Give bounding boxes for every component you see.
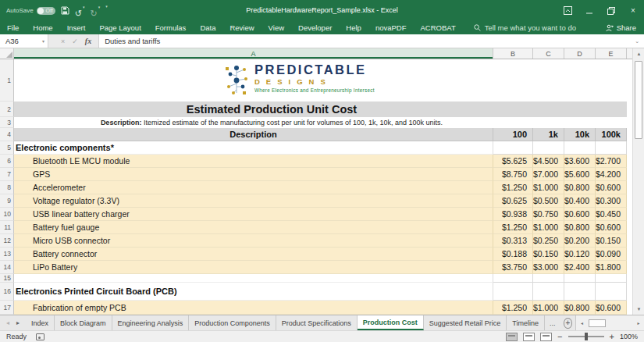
- horizontal-scrollbar-thumb[interactable]: [589, 319, 606, 327]
- tell-me-box[interactable]: Tell me what you want to do: [474, 23, 576, 32]
- ribbon-tab-novapdf[interactable]: novaPDF: [368, 21, 414, 34]
- formula-input[interactable]: Duties and tariffs ⌄: [98, 34, 644, 48]
- empty-cell[interactable]: [596, 283, 627, 301]
- sheet-tab-suggested-retail-price[interactable]: Suggested Retail Price: [424, 315, 507, 330]
- name-box[interactable]: A36 ▾: [0, 34, 48, 48]
- row-header-13[interactable]: 13: [0, 248, 14, 261]
- empty-cell[interactable]: [564, 274, 596, 283]
- section-header-cell[interactable]: Electronics Printed Circuit Board (PCB): [14, 283, 493, 301]
- cost-value-cell[interactable]: $8.750: [493, 168, 533, 181]
- zoom-out-button[interactable]: −: [557, 333, 562, 341]
- row-header-11[interactable]: 11: [0, 221, 14, 234]
- cost-value-cell[interactable]: $0.750: [533, 208, 564, 221]
- cost-value-cell[interactable]: $0.938: [493, 208, 533, 221]
- cost-value-cell[interactable]: $4.500: [533, 155, 564, 168]
- item-label-cell[interactable]: Fabrication of empty PCB: [14, 301, 493, 315]
- zoom-slider-thumb[interactable]: [585, 333, 588, 340]
- item-label-cell[interactable]: Micro USB connector: [14, 234, 493, 248]
- cost-value-cell[interactable]: $2.700: [596, 155, 627, 168]
- row-header-10[interactable]: 10: [0, 208, 14, 221]
- cost-value-cell[interactable]: $1.000: [533, 181, 564, 194]
- previous-sheet-icon[interactable]: ◂: [6, 319, 9, 326]
- column-header-e[interactable]: E: [596, 48, 627, 59]
- item-label-cell[interactable]: Accelerometer: [14, 181, 493, 194]
- cost-value-cell[interactable]: $0.150: [533, 248, 564, 261]
- row-header-2[interactable]: 2: [0, 102, 14, 117]
- column-header-d[interactable]: D: [564, 48, 596, 59]
- normal-view-button[interactable]: [506, 333, 518, 341]
- cost-value-cell[interactable]: $0.600: [564, 208, 596, 221]
- ribbon-tab-insert[interactable]: Insert: [60, 21, 93, 34]
- row-header-6[interactable]: 6: [0, 155, 14, 168]
- cost-value-cell[interactable]: $3.600: [564, 155, 596, 168]
- description-header-cell[interactable]: Description: [14, 128, 493, 141]
- horizontal-scrollbar-track[interactable]: [587, 319, 633, 328]
- sheet-tab-production-components[interactable]: Production Components: [189, 315, 276, 330]
- row-header-8[interactable]: 8: [0, 181, 14, 194]
- ribbon-tab-data[interactable]: Data: [193, 21, 222, 34]
- cost-value-cell[interactable]: $0.800: [564, 181, 596, 194]
- ribbon-display-options-button[interactable]: [557, 0, 578, 21]
- cost-value-cell[interactable]: $0.188: [493, 248, 533, 261]
- cost-value-cell[interactable]: $0.250: [533, 234, 564, 248]
- page-break-view-button[interactable]: [540, 333, 552, 341]
- save-button[interactable]: [61, 6, 69, 15]
- item-label-cell[interactable]: Battery fuel gauge: [14, 221, 493, 234]
- section-header-cell[interactable]: Electronic components*: [14, 141, 493, 155]
- quantity-header-cell[interactable]: 100: [493, 128, 533, 141]
- cost-value-cell[interactable]: $1.250: [493, 301, 533, 315]
- name-box-dropdown-icon[interactable]: ▾: [42, 38, 44, 44]
- record-macro-icon[interactable]: [36, 333, 44, 340]
- row-header-9[interactable]: 9: [0, 194, 14, 208]
- row-header-7[interactable]: 7: [0, 168, 14, 181]
- row-header-1[interactable]: 1: [0, 59, 14, 102]
- quantity-header-cell[interactable]: 100k: [596, 128, 627, 141]
- item-label-cell[interactable]: Battery connector: [14, 248, 493, 261]
- cost-value-cell[interactable]: $5.625: [493, 155, 533, 168]
- row-header-12[interactable]: 12: [0, 234, 14, 248]
- quantity-header-cell[interactable]: 10k: [564, 128, 596, 141]
- cost-value-cell[interactable]: $3.000: [533, 261, 564, 274]
- sheet-tab-block-diagram[interactable]: Block Diagram: [55, 315, 112, 330]
- close-button[interactable]: ×: [622, 0, 644, 21]
- sheet-tab-engineering-analysis[interactable]: Engineering Analysis: [112, 315, 190, 330]
- empty-cell[interactable]: [493, 141, 533, 155]
- cost-value-cell[interactable]: $2.400: [564, 261, 596, 274]
- cost-value-cell[interactable]: $0.300: [596, 194, 627, 208]
- cost-value-cell[interactable]: $7.000: [533, 168, 564, 181]
- ribbon-tab-view[interactable]: View: [262, 21, 291, 34]
- row-header-17[interactable]: 17: [0, 301, 14, 315]
- cost-value-cell[interactable]: $0.800: [564, 221, 596, 234]
- ribbon-tab-review[interactable]: Review: [222, 21, 261, 34]
- formula-bar-expand-icon[interactable]: ⌄: [635, 38, 639, 45]
- item-label-cell[interactable]: USB linear battery charger: [14, 208, 493, 221]
- ribbon-tab-formulas[interactable]: Formulas: [148, 21, 194, 34]
- row-header-15[interactable]: 15: [0, 274, 14, 283]
- empty-cell[interactable]: [596, 274, 627, 283]
- restore-button[interactable]: [600, 0, 622, 21]
- page-layout-view-button[interactable]: [523, 333, 535, 341]
- new-sheet-button[interactable]: +: [564, 318, 573, 329]
- cost-value-cell[interactable]: $1.000: [533, 221, 564, 234]
- column-header-c[interactable]: C: [533, 48, 564, 59]
- autosave-toggle[interactable]: AutoSave Off: [6, 7, 55, 15]
- cost-value-cell[interactable]: $0.150: [596, 234, 627, 248]
- ribbon-tab-file[interactable]: File: [0, 21, 26, 34]
- cancel-entry-icon[interactable]: ×: [61, 37, 65, 45]
- cost-value-cell[interactable]: $1.000: [533, 301, 564, 315]
- empty-cell[interactable]: [564, 141, 596, 155]
- vertical-scrollbar[interactable]: ▲ ▼: [632, 48, 644, 315]
- vertical-scrollbar-thumb[interactable]: [635, 61, 642, 139]
- row-header-5[interactable]: 5: [0, 141, 14, 155]
- cost-value-cell[interactable]: $0.600: [596, 301, 627, 315]
- item-label-cell[interactable]: GPS: [14, 168, 493, 181]
- empty-cell[interactable]: [533, 274, 564, 283]
- confirm-entry-icon[interactable]: ✓: [72, 37, 78, 45]
- row-header-16[interactable]: 16: [0, 283, 14, 301]
- share-button[interactable]: Share: [606, 23, 636, 32]
- cost-value-cell[interactable]: $0.600: [596, 221, 627, 234]
- ribbon-tab-home[interactable]: Home: [26, 21, 59, 34]
- sheet-tab-product-specifications[interactable]: Product Specifications: [276, 315, 358, 330]
- row-header-14[interactable]: 14: [0, 261, 14, 274]
- empty-cell[interactable]: [533, 283, 564, 301]
